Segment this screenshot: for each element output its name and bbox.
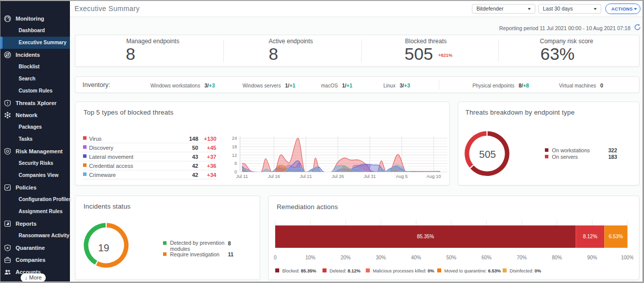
svg-text:0: 0 bbox=[274, 255, 277, 260]
svg-text:8.12%: 8.12% bbox=[583, 234, 597, 239]
svg-text:12: 12 bbox=[232, 153, 237, 158]
svg-text:24: 24 bbox=[232, 136, 237, 141]
svg-text:Aug 10: Aug 10 bbox=[427, 174, 441, 179]
svg-text:Jul 26: Jul 26 bbox=[332, 174, 344, 179]
svg-text:Malicious processes killed: 0%: Malicious processes killed: 0% bbox=[373, 268, 434, 273]
svg-text:6: 6 bbox=[234, 161, 237, 166]
svg-text:Blocked: 85.35%: Blocked: 85.35% bbox=[282, 268, 316, 273]
svg-text:18: 18 bbox=[232, 144, 237, 149]
svg-text:50%: 50% bbox=[446, 255, 456, 260]
svg-text:60%: 60% bbox=[481, 255, 492, 260]
svg-text:90%: 90% bbox=[587, 255, 597, 260]
svg-text:Disinfected: 0%: Disinfected: 0% bbox=[510, 268, 541, 273]
svg-text:Jul 21: Jul 21 bbox=[300, 174, 312, 179]
svg-text:40%: 40% bbox=[411, 255, 421, 260]
svg-text:Jul 11: Jul 11 bbox=[236, 174, 248, 179]
svg-text:20%: 20% bbox=[341, 255, 351, 260]
svg-text:10%: 10% bbox=[305, 255, 315, 260]
svg-text:30%: 30% bbox=[376, 255, 386, 260]
svg-text:Moved to quarantine: 6.53%: Moved to quarantine: 6.53% bbox=[444, 268, 501, 273]
svg-text:6.53%: 6.53% bbox=[609, 234, 623, 239]
svg-text:70%: 70% bbox=[517, 255, 527, 260]
svg-text:80%: 80% bbox=[552, 255, 562, 260]
svg-text:Aug 5: Aug 5 bbox=[396, 174, 408, 179]
svg-text:Jul 31: Jul 31 bbox=[364, 174, 376, 179]
svg-text:Jul 16: Jul 16 bbox=[268, 174, 280, 179]
svg-text:100%: 100% bbox=[621, 255, 633, 260]
svg-text:85.35%: 85.35% bbox=[417, 234, 434, 239]
svg-text:Deleted: 8.12%: Deleted: 8.12% bbox=[330, 268, 361, 273]
svg-text:0: 0 bbox=[234, 169, 237, 174]
